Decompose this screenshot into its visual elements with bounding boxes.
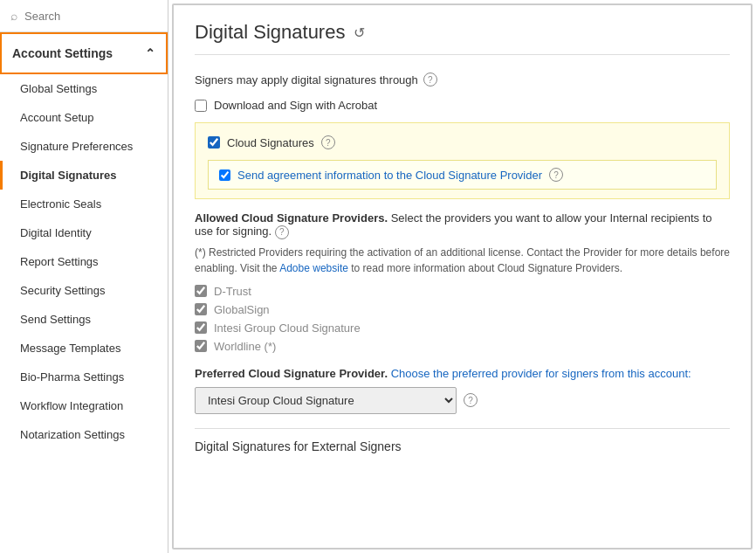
refresh-icon[interactable]: ↺ <box>354 24 365 41</box>
allowed-providers-title: Allowed Cloud Signature Providers. Selec… <box>195 211 730 239</box>
provider-label-intesi-group[interactable]: Intesi Group Cloud Signature <box>214 321 361 335</box>
sidebar-item-digital-signatures[interactable]: Digital Signatures <box>0 161 168 190</box>
sidebar-nav: Global SettingsAccount SetupSignature Pr… <box>0 74 168 449</box>
provider-item-intesi-group: Intesi Group Cloud Signature <box>195 321 730 335</box>
cloud-sig-option: Cloud Signatures ? <box>208 132 717 153</box>
preferred-provider-help-icon[interactable]: ? <box>464 393 478 407</box>
signers-section-label: Signers may apply digital signatures thr… <box>195 73 730 86</box>
sidebar-item-electronic-seals[interactable]: Electronic Seals <box>0 190 168 218</box>
cloud-sig-label[interactable]: Cloud Signatures <box>227 136 314 149</box>
account-settings-header[interactable]: Account Settings ⌃ <box>0 32 168 74</box>
provider-label-globalsign[interactable]: GlobalSign <box>214 303 270 316</box>
provider-checkbox-intesi-group[interactable] <box>195 321 207 334</box>
adobe-website-link[interactable]: Adobe website <box>279 262 348 274</box>
page-header: Digital Signatures ↺ <box>195 21 730 55</box>
info-text: (*) Restricted Providers requiring the a… <box>195 245 730 276</box>
allowed-providers-help-icon[interactable]: ? <box>275 225 289 239</box>
send-agreement-checkbox[interactable] <box>219 169 230 181</box>
provider-checkbox-globalsign[interactable] <box>195 303 207 315</box>
sidebar-item-security-settings[interactable]: Security Settings <box>0 276 168 305</box>
download-sign-checkbox[interactable] <box>195 100 207 112</box>
provider-item-d-trust: D-Trust <box>195 285 730 298</box>
cloud-sig-checkbox[interactable] <box>208 136 220 149</box>
send-agreement-row: Send agreement information to the Cloud … <box>208 160 717 190</box>
provider-item-worldline: Worldline (*) <box>195 340 730 353</box>
sidebar: ⌕ Account Settings ⌃ Global SettingsAcco… <box>0 0 168 553</box>
main-content: Digital Signatures ↺ Signers may apply d… <box>172 3 753 550</box>
provider-label-d-trust[interactable]: D-Trust <box>214 285 251 298</box>
account-settings-label: Account Settings <box>12 46 113 60</box>
chevron-up-icon: ⌃ <box>145 46 155 60</box>
provider-label-worldline[interactable]: Worldline (*) <box>214 340 276 353</box>
external-signers-header: Digital Signatures for External Signers <box>195 428 730 453</box>
sidebar-item-notarization-settings[interactable]: Notarization Settings <box>0 420 168 449</box>
cloud-sig-help-icon[interactable]: ? <box>321 135 335 149</box>
sidebar-item-account-setup[interactable]: Account Setup <box>0 103 168 132</box>
sidebar-item-workflow-integration[interactable]: Workflow Integration <box>0 391 168 420</box>
provider-checkbox-worldline[interactable] <box>195 340 207 352</box>
sidebar-item-global-settings[interactable]: Global Settings <box>0 74 168 103</box>
provider-item-globalsign: GlobalSign <box>195 303 730 316</box>
search-bar[interactable]: ⌕ <box>0 0 168 32</box>
provider-checkbox-d-trust[interactable] <box>195 285 207 297</box>
search-input[interactable] <box>24 10 157 23</box>
preferred-provider-section: Preferred Cloud Signature Provider. Choo… <box>195 367 730 414</box>
send-agreement-label[interactable]: Send agreement information to the Cloud … <box>237 169 542 182</box>
allowed-providers-section: Allowed Cloud Signature Providers. Selec… <box>195 211 730 353</box>
sidebar-item-signature-preferences[interactable]: Signature Preferences <box>0 132 168 161</box>
preferred-provider-link[interactable]: Choose the preferred provider for signer… <box>391 367 691 380</box>
sidebar-item-send-settings[interactable]: Send Settings <box>0 305 168 334</box>
search-icon: ⌕ <box>10 9 17 23</box>
preferred-provider-row: D-TrustGlobalSignIntesi Group Cloud Sign… <box>195 387 730 414</box>
page-title: Digital Signatures <box>195 21 345 44</box>
provider-list: D-TrustGlobalSignIntesi Group Cloud Sign… <box>195 285 730 353</box>
sidebar-item-bio-pharma-settings[interactable]: Bio-Pharma Settings <box>0 363 168 391</box>
sidebar-item-digital-identity[interactable]: Digital Identity <box>0 218 168 247</box>
signers-help-icon[interactable]: ? <box>423 73 437 86</box>
preferred-provider-title: Preferred Cloud Signature Provider. Choo… <box>195 367 730 380</box>
sidebar-item-report-settings[interactable]: Report Settings <box>0 247 168 276</box>
preferred-provider-select[interactable]: D-TrustGlobalSignIntesi Group Cloud Sign… <box>195 387 457 414</box>
download-sign-option: Download and Sign with Acrobat <box>195 95 730 115</box>
send-agreement-help-icon[interactable]: ? <box>549 168 563 182</box>
cloud-signatures-section: Cloud Signatures ? Send agreement inform… <box>195 122 730 199</box>
download-sign-label[interactable]: Download and Sign with Acrobat <box>214 99 377 112</box>
sidebar-item-message-templates[interactable]: Message Templates <box>0 334 168 363</box>
